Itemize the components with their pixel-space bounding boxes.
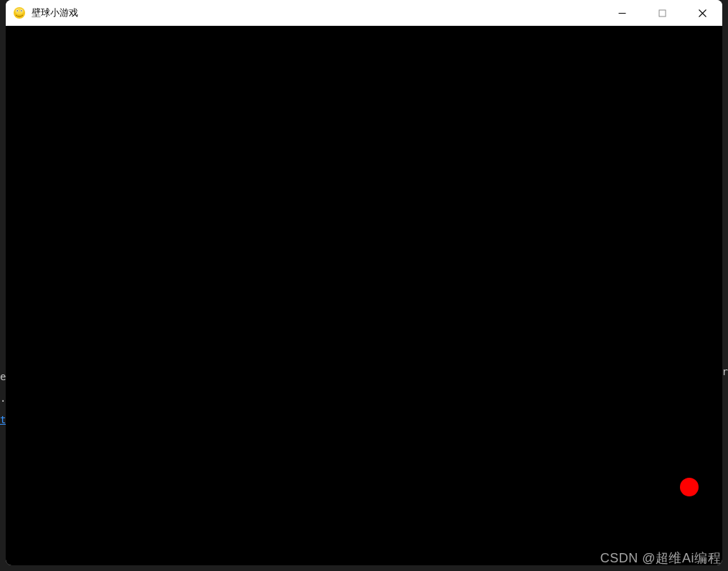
app-window: 壁球小游戏 bbox=[6, 0, 722, 565]
maximize-button[interactable] bbox=[642, 0, 682, 26]
game-ball bbox=[680, 478, 699, 496]
maximize-icon bbox=[658, 9, 666, 17]
svg-point-1 bbox=[15, 8, 24, 14]
svg-point-5 bbox=[21, 10, 22, 11]
pygame-snake-icon bbox=[13, 6, 26, 19]
window-controls bbox=[602, 0, 722, 26]
game-canvas[interactable] bbox=[6, 26, 722, 565]
svg-rect-7 bbox=[659, 10, 666, 16]
title-bar-left: 壁球小游戏 bbox=[13, 0, 78, 26]
minimize-button[interactable] bbox=[602, 0, 642, 26]
window-title: 壁球小游戏 bbox=[32, 0, 78, 26]
close-button[interactable] bbox=[682, 0, 722, 26]
minimize-icon bbox=[618, 9, 626, 17]
close-icon bbox=[699, 9, 706, 17]
title-bar: 壁球小游戏 bbox=[6, 0, 722, 26]
svg-point-4 bbox=[17, 10, 18, 11]
